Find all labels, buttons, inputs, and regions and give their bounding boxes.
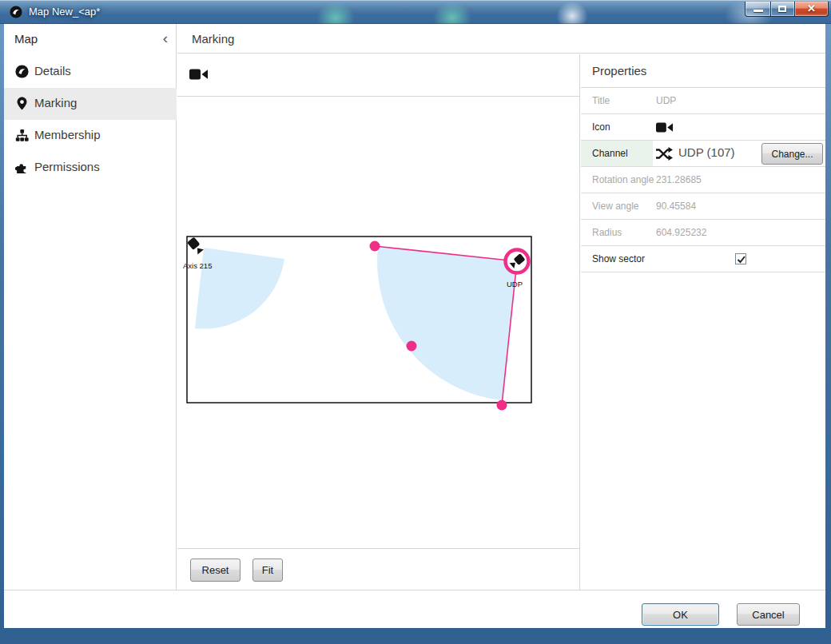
- property-value: 604.925232: [656, 227, 706, 238]
- property-label: Channel: [592, 148, 628, 159]
- canvas-button-bar: Reset Fit: [177, 550, 579, 590]
- client-area: Map ‹ Details: [4, 24, 825, 628]
- minimize-button[interactable]: [745, 2, 771, 17]
- properties-title: Properties: [592, 64, 646, 78]
- sidebar-title: Map: [14, 32, 38, 46]
- change-channel-button[interactable]: Change...: [761, 143, 823, 165]
- fit-button[interactable]: Fit: [252, 559, 283, 582]
- dialog-footer: OK Cancel: [4, 590, 825, 628]
- axis215-camera-icon[interactable]: [187, 237, 205, 255]
- property-label: Icon: [592, 121, 610, 133]
- property-row-icon: Icon: [581, 114, 825, 141]
- sidebar-item-permissions[interactable]: Permissions: [4, 152, 177, 184]
- marking-canvas-panel: Axis 215 UDP: [177, 54, 580, 590]
- sector-handle[interactable]: [497, 400, 507, 411]
- page-header: Marking: [177, 24, 825, 54]
- page-title: Marking: [192, 32, 234, 46]
- property-value: UDP: [656, 95, 676, 106]
- sidebar-item-label: Details: [34, 64, 71, 78]
- map-pin-icon: [15, 97, 29, 110]
- properties-header: Properties: [581, 54, 825, 88]
- property-row-rotation-angle: Rotation angle 231.28685: [581, 167, 825, 193]
- sidebar-item-label: Permissions: [34, 160, 100, 173]
- property-value: 90.45584: [656, 201, 696, 212]
- maximize-icon: [778, 6, 786, 12]
- reset-button[interactable]: Reset: [190, 559, 241, 582]
- property-label: Show sector: [592, 253, 645, 264]
- close-button[interactable]: ✕: [794, 2, 829, 17]
- checkmark-icon: [736, 254, 747, 265]
- sector-handle[interactable]: [370, 241, 380, 252]
- window-controls: ✕: [745, 2, 829, 17]
- sidebar-item-marking[interactable]: Marking: [4, 88, 177, 120]
- property-label: View angle: [592, 201, 639, 212]
- sidebar-item-membership[interactable]: Membership: [4, 120, 177, 152]
- ok-button[interactable]: OK: [642, 603, 719, 626]
- camera-marker-tool-icon[interactable]: [189, 68, 209, 81]
- membership-hierarchy-icon: [15, 129, 29, 142]
- property-value: 231.28685: [656, 174, 702, 185]
- window-title: Map New_<ap*: [29, 6, 100, 18]
- minimize-icon: [753, 10, 763, 12]
- udp-label: UDP: [507, 280, 523, 288]
- property-row-channel: Channel UDP (107) Change...: [581, 141, 825, 167]
- map-canvas[interactable]: Axis 215 UDP: [177, 97, 579, 549]
- sidebar-item-details[interactable]: Details: [4, 56, 177, 88]
- sidebar-item-label: Marking: [34, 96, 77, 109]
- app-logo-icon: [10, 6, 22, 18]
- property-label: Radius: [592, 227, 622, 238]
- axis215-sector: [195, 248, 284, 329]
- sidebar: Map ‹ Details: [4, 24, 177, 590]
- cancel-button[interactable]: Cancel: [737, 603, 800, 626]
- sector-handle[interactable]: [407, 341, 417, 352]
- camera-icon: [656, 121, 674, 133]
- sidebar-item-label: Membership: [34, 128, 101, 141]
- property-label: Rotation angle: [592, 174, 654, 185]
- properties-panel: Properties Title UDP Icon Channel: [581, 54, 825, 590]
- property-row-show-sector: Show sector: [581, 246, 825, 272]
- map-settings-window: Map New_<ap* ✕ Map ‹ Details: [0, 0, 831, 644]
- property-label: Title: [592, 95, 610, 106]
- property-row-title: Title UDP: [581, 88, 825, 114]
- shuffle-icon: [655, 147, 673, 161]
- axis215-label: Axis 215: [183, 261, 212, 270]
- udp-sector: [377, 247, 517, 400]
- puzzle-icon: [15, 161, 29, 174]
- canvas-toolbar: [177, 54, 579, 97]
- sidebar-header: Map ‹: [4, 30, 176, 50]
- collapse-sidebar-icon[interactable]: ‹: [163, 30, 168, 47]
- close-icon: ✕: [795, 2, 828, 14]
- property-row-view-angle: View angle 90.45584: [581, 193, 825, 220]
- show-sector-checkbox[interactable]: [735, 253, 746, 264]
- titlebar[interactable]: Map New_<ap* ✕: [0, 0, 831, 24]
- channel-value: UDP (107): [678, 145, 735, 159]
- globe-icon: [15, 65, 29, 78]
- maximize-button[interactable]: [771, 2, 794, 17]
- property-row-radius: Radius 604.925232: [581, 220, 825, 246]
